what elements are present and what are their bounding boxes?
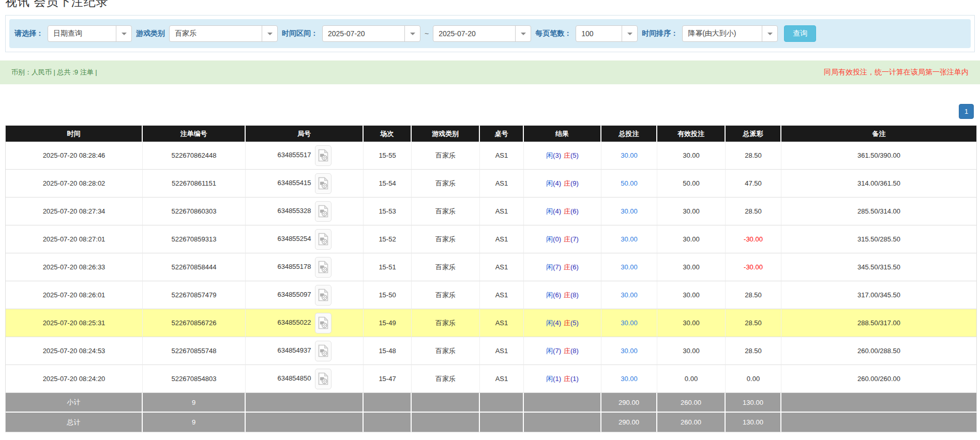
cell-table-no: AS1 bbox=[480, 337, 524, 365]
total-payout: 130.00 bbox=[726, 413, 781, 432]
video-replay-icon[interactable] bbox=[315, 229, 331, 250]
total-row: 总计 9 290.00 260.00 130.00 bbox=[6, 413, 977, 432]
cell-table-no: AS1 bbox=[480, 309, 524, 337]
total-bet-link[interactable]: 30.00 bbox=[621, 263, 638, 271]
subtotal-payout: 130.00 bbox=[726, 393, 781, 413]
table-header-row: 时间 注单编号 局号 场次 游戏类别 桌号 结果 总投注 有效投注 总派彩 备注 bbox=[6, 126, 977, 142]
subtotal-count: 9 bbox=[143, 393, 246, 413]
total-bet-link[interactable]: 30.00 bbox=[621, 291, 638, 299]
col-total-bet: 总投注 bbox=[601, 126, 657, 142]
cell-total-bet: 30.00 bbox=[601, 309, 657, 337]
player-result: 闲 bbox=[546, 207, 553, 215]
time-sort-select[interactable]: 降幂(由大到小) bbox=[682, 25, 778, 42]
video-replay-icon[interactable] bbox=[315, 257, 331, 278]
col-bet-id: 注单编号 bbox=[143, 126, 246, 142]
search-button[interactable]: 查询 bbox=[784, 25, 816, 42]
cell-valid-bet: 30.00 bbox=[657, 142, 726, 170]
cell-result: 闲(1)庄(1) bbox=[524, 365, 601, 393]
chevron-down-icon bbox=[622, 26, 637, 41]
col-table-no: 桌号 bbox=[480, 126, 524, 142]
col-valid-bet: 有效投注 bbox=[657, 126, 726, 142]
query-type-label: 请选择： bbox=[14, 29, 43, 38]
round-number: 634855178 bbox=[277, 263, 311, 270]
round-number: 634854937 bbox=[277, 346, 311, 354]
date-from-select[interactable]: 2025-07-20 bbox=[322, 25, 420, 42]
query-type-select[interactable]: 日期查询 bbox=[48, 25, 132, 42]
video-replay-icon[interactable] bbox=[315, 369, 331, 389]
cell-round: 634855517 bbox=[246, 142, 364, 170]
banker-result: 庄 bbox=[564, 347, 570, 355]
video-replay-icon[interactable] bbox=[315, 313, 331, 333]
total-bet-link[interactable]: 50.00 bbox=[621, 179, 638, 187]
cell-remark: 345.50/315.50 bbox=[781, 253, 977, 281]
cell-game: 百家乐 bbox=[412, 365, 480, 393]
cell-time: 2025-07-20 08:24:53 bbox=[6, 337, 143, 365]
cell-table-no: AS1 bbox=[480, 198, 524, 225]
page-size-select[interactable]: 100 bbox=[576, 25, 638, 42]
cell-valid-bet: 30.00 bbox=[657, 337, 726, 365]
cell-time: 2025-07-20 08:27:01 bbox=[6, 225, 143, 253]
video-replay-icon[interactable] bbox=[315, 173, 331, 194]
banker-result: 庄 bbox=[564, 179, 570, 187]
round-number: 634855517 bbox=[277, 151, 311, 159]
video-replay-icon[interactable] bbox=[315, 145, 331, 166]
cell-payout: -30.00 bbox=[726, 225, 781, 253]
cell-remark: 361.50/390.00 bbox=[781, 142, 977, 170]
col-game: 游戏类别 bbox=[412, 126, 480, 142]
cell-time: 2025-07-20 08:28:46 bbox=[6, 142, 143, 170]
cell-remark: 285.50/314.00 bbox=[781, 198, 977, 225]
cell-table-no: AS1 bbox=[480, 170, 524, 198]
total-bet-link[interactable]: 30.00 bbox=[621, 235, 638, 243]
round-number: 634855022 bbox=[277, 318, 311, 326]
cell-remark: 314.00/361.50 bbox=[781, 170, 977, 198]
subtotal-row: 小计 9 290.00 260.00 130.00 bbox=[6, 393, 977, 413]
cell-table-no: AS1 bbox=[480, 253, 524, 281]
page-size-value: 100 bbox=[576, 26, 622, 41]
player-result: 闲 bbox=[546, 151, 553, 159]
page-1-button[interactable]: 1 bbox=[959, 104, 974, 119]
cell-session: 15-50 bbox=[364, 281, 412, 309]
filter-panel: 请选择： 日期查询 游戏类别 百家乐 时间区间： 2025-07-20 ~ 20… bbox=[5, 15, 975, 52]
cell-session: 15-51 bbox=[364, 253, 412, 281]
total-bet-link[interactable]: 30.00 bbox=[621, 207, 638, 215]
player-result: 闲 bbox=[546, 375, 553, 383]
total-bet-link[interactable]: 30.00 bbox=[621, 347, 638, 355]
cell-remark: 288.50/317.00 bbox=[781, 309, 977, 337]
banker-result: 庄 bbox=[564, 375, 570, 383]
cell-total-bet: 30.00 bbox=[601, 253, 657, 281]
table-row: 2025-07-20 08:27:01 522670859313 6348552… bbox=[6, 225, 977, 253]
table-row: 2025-07-20 08:25:31 522670856726 6348550… bbox=[6, 309, 977, 337]
col-result: 结果 bbox=[524, 126, 601, 142]
page-size-label: 每页笔数： bbox=[535, 29, 571, 38]
cell-table-no: AS1 bbox=[480, 142, 524, 170]
video-replay-icon[interactable] bbox=[315, 201, 331, 222]
game-category-value: 百家乐 bbox=[170, 26, 262, 41]
time-sort-value: 降幂(由大到小) bbox=[683, 26, 762, 41]
total-bet-link[interactable]: 30.00 bbox=[621, 319, 638, 327]
col-payout: 总派彩 bbox=[726, 126, 781, 142]
cell-game: 百家乐 bbox=[412, 337, 480, 365]
cell-valid-bet: 30.00 bbox=[657, 225, 726, 253]
cell-valid-bet: 50.00 bbox=[657, 170, 726, 198]
cell-time: 2025-07-20 08:26:01 bbox=[6, 281, 143, 309]
video-replay-icon[interactable] bbox=[315, 285, 331, 306]
video-replay-icon[interactable] bbox=[315, 341, 331, 361]
date-from-value: 2025-07-20 bbox=[323, 26, 404, 41]
col-remark: 备注 bbox=[781, 126, 977, 142]
game-category-select[interactable]: 百家乐 bbox=[169, 25, 278, 42]
banker-result: 庄 bbox=[564, 207, 570, 215]
date-to-select[interactable]: 2025-07-20 bbox=[433, 25, 531, 42]
total-bet-link[interactable]: 30.00 bbox=[621, 375, 638, 383]
table-row: 2025-07-20 08:26:33 522670858444 6348551… bbox=[6, 253, 977, 281]
chevron-down-icon bbox=[404, 26, 420, 41]
total-bet-link[interactable]: 30.00 bbox=[621, 151, 638, 159]
cell-session: 15-47 bbox=[364, 365, 412, 393]
cell-time: 2025-07-20 08:27:34 bbox=[6, 198, 143, 225]
cell-total-bet: 30.00 bbox=[601, 142, 657, 170]
table-body: 2025-07-20 08:28:46 522670862448 6348555… bbox=[6, 142, 977, 393]
total-count: 9 bbox=[143, 413, 246, 432]
banker-result: 庄 bbox=[564, 151, 570, 159]
chevron-down-icon bbox=[116, 26, 131, 41]
cell-valid-bet: 30.00 bbox=[657, 253, 726, 281]
cell-result: 闲(3)庄(5) bbox=[524, 142, 601, 170]
